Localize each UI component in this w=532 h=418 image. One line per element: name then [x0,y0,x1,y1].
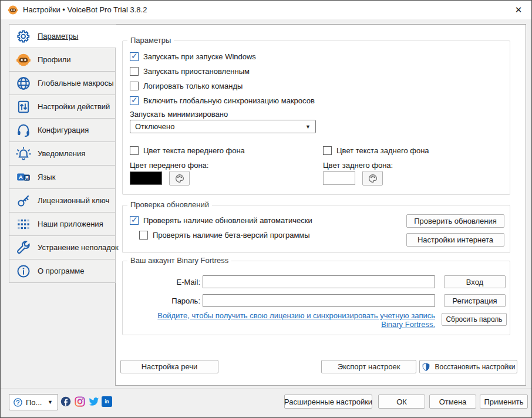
checkbox-box [130,96,139,105]
svg-text:in: in [105,399,109,404]
tab-label: Лицензионный ключ [38,196,109,205]
bg-color-swatch [323,171,355,185]
tab-action-settings[interactable]: Настройки действий [9,95,116,119]
tab-global-macros[interactable]: Глобальные макросы [9,71,116,95]
checkbox-start-paused[interactable]: Запускать приостановленным [130,67,250,76]
action-sliders-icon [16,99,31,114]
tab-parameters[interactable]: Параметры [9,24,116,48]
bell-icon [16,146,31,161]
sidebar: Параметры Профили Глобальные макросы Нас… [9,24,116,283]
checkbox-label: Запускать приостановленным [143,67,250,76]
uac-shield-icon [422,362,430,372]
checkbox-label: Цвет текста переднего фона [143,146,245,155]
checkbox-log-commands-only[interactable]: Логировать только команды [130,82,243,90]
headset-icon [16,123,31,138]
tab-license-key[interactable]: Лицензионный ключ [9,188,116,213]
login-license-link[interactable]: Войдите, чтобы получить свою лицензию и … [144,311,435,329]
checkbox-auto-check-updates[interactable]: Проверять наличие обновлений автоматичес… [130,216,312,225]
start-minimized-label: Запускать минимизировано [130,110,228,119]
group-title: Проверка обновлений [127,200,212,209]
tab-label: Параметры [38,32,78,41]
facebook-icon[interactable] [60,396,71,407]
tab-label: Глобальные макросы [38,79,114,87]
tab-language[interactable]: AЯ Язык [9,165,116,189]
password-field[interactable] [203,294,435,307]
titlebar: Настройки • VoiceBot Pro Trial 3.8.2 ✕ [1,1,531,19]
reset-password-button[interactable]: Сбросить пароль [442,313,507,326]
checkbox-beta-versions[interactable]: Проверять наличие бета-версий программы [139,231,310,240]
tab-label: Наши приложения [38,220,103,228]
tab-our-apps[interactable]: Наши приложения [9,212,116,236]
checkbox-box [139,231,148,240]
window-title: Настройки • VoiceBot Pro Trial 3.8.2 [23,1,147,19]
tab-label: Профили [38,55,71,64]
restore-settings-button[interactable]: Восстановить настройки [419,360,517,373]
tab-profiles[interactable]: Профили [9,48,116,72]
select-value: По... [26,398,42,407]
group-title: Ваш аккаунт Binary Fortress [127,256,231,265]
instagram-icon[interactable] [75,396,85,407]
tab-troubleshooting[interactable]: Устранение неполадок [9,235,116,259]
translate-icon: AЯ [16,170,31,185]
export-settings-button[interactable]: Экспорт настроек [321,360,416,373]
checkbox-box [130,52,139,61]
voicebot-robot-icon [8,5,18,15]
checkbox-label: Проверять наличие бета-версий программы [153,231,310,240]
linkedin-icon[interactable]: in [102,396,112,407]
checkbox-label: Проверять наличие обновлений автоматичес… [143,216,312,225]
checkbox-run-at-windows-startup[interactable]: Запускать при запуске Windows [130,52,256,61]
close-icon[interactable]: ✕ [506,1,531,19]
tab-label: Настройки действий [38,102,110,111]
checkbox-box [130,216,139,225]
apply-button[interactable]: Применить [480,395,528,409]
globe-icon [16,76,31,91]
apps-grid-icon [16,217,31,232]
cancel-button[interactable]: Отмена [429,395,476,409]
checkbox-box [130,67,139,76]
info-icon [16,264,31,279]
email-field[interactable] [203,275,435,288]
palette-icon [174,173,185,184]
ok-button[interactable]: ОК [378,395,425,409]
tab-label: Язык [38,173,55,181]
fg-color-swatch [130,171,162,185]
checkbox-box [130,146,139,155]
palette-icon [368,173,378,184]
checkbox-box [323,146,332,155]
checkbox-label: Запускать при запуске Windows [143,52,256,61]
start-minimized-select[interactable]: Отключено [130,120,316,133]
tab-label: Конфигурация [38,126,89,134]
tab-label: Уведомления [38,149,85,158]
checkbox-fg-text-color[interactable]: Цвет текста переднего фона [130,146,245,155]
tab-configuration[interactable]: Конфигурация [9,118,116,142]
checkbox-label: Включить глобальную синхронизацию макрос… [143,96,315,105]
tab-label: Устранение неполадок [38,243,119,252]
checkbox-bg-text-color[interactable]: Цвет текста заднего фона [323,146,429,155]
checkbox-label: Логировать только команды [143,82,243,90]
advanced-settings-button[interactable]: Расширенные настройки [284,395,372,409]
button-label: Восстановить настройки [435,363,516,371]
login-button[interactable]: Вход [444,275,506,288]
bg-color-label: Цвет заднего фона: [323,161,393,170]
internet-settings-button[interactable]: Настройки интернета [406,233,504,247]
password-label: Пароль: [142,296,200,305]
twitter-icon[interactable] [89,396,99,407]
help-dropdown[interactable]: По... [9,394,58,410]
email-label: E-Mail: [142,278,200,286]
check-updates-button[interactable]: Проверить обновления [406,214,504,228]
bg-color-picker-button[interactable] [362,171,383,186]
key-icon [16,193,31,208]
register-button[interactable]: Регистрация [444,294,506,307]
tab-about[interactable]: О программе [9,259,116,283]
svg-text:Я: Я [25,174,29,180]
fg-color-picker-button[interactable] [169,171,190,186]
speech-settings-button[interactable]: Настройка речи [120,360,218,373]
tab-notifications[interactable]: Уведомления [9,141,116,166]
svg-text:A: A [19,173,23,180]
gear-icon [16,29,31,44]
robot-icon [16,52,31,68]
checkbox-global-macro-sync[interactable]: Включить глобальную синхронизацию макрос… [130,96,315,105]
question-icon [13,397,23,407]
checkbox-box [130,82,139,90]
select-value: Отключено [135,122,174,131]
